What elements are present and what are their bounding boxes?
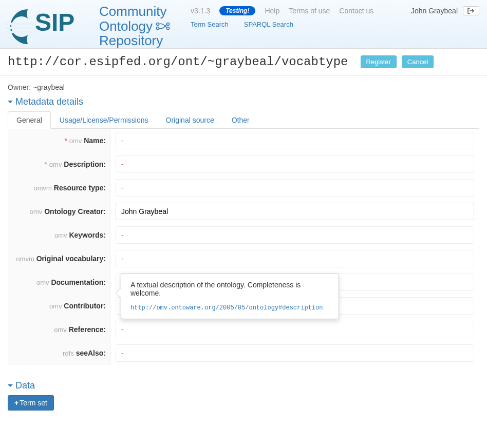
cancel-button[interactable]: Cancel xyxy=(402,55,434,68)
field-row: omv Ontology Creator: xyxy=(8,200,479,223)
field-prefix: omv xyxy=(54,231,67,239)
field-label: Reference: xyxy=(69,325,106,334)
terms-link[interactable]: Terms of use xyxy=(289,7,330,15)
field-prefix: omv xyxy=(49,161,62,168)
tab-usage[interactable]: Usage/License/Permissions xyxy=(51,111,157,129)
field-label-cell: omvm Resource type: xyxy=(8,176,110,200)
tooltip-link[interactable]: http://omv.ontoware.org/2005/05/ontology… xyxy=(130,304,329,311)
owner-label: Owner: ~graybeal xyxy=(8,83,479,91)
field-input-empty[interactable]: - xyxy=(116,226,474,244)
user-name[interactable]: John Graybeal xyxy=(411,7,458,15)
required-marker: * xyxy=(45,160,49,168)
ontology-url: http://cor.esipfed.org/ont/~graybeal/voc… xyxy=(8,55,348,69)
field-prefix: omv xyxy=(54,326,67,334)
register-button[interactable]: Register xyxy=(361,55,397,68)
header-bar: SIP Community Ontology Repository v3.1.3… xyxy=(0,0,487,48)
metadata-section-header[interactable]: Metadata details xyxy=(8,96,479,107)
metadata-tabs: General Usage/License/Permissions Origin… xyxy=(8,111,479,129)
logo-line-3: Repository xyxy=(99,33,170,48)
field-label-cell: omvm Original vocabulary: xyxy=(8,247,110,270)
field-input-cell: - xyxy=(110,176,479,200)
user-area: John Graybeal xyxy=(411,4,487,15)
url-bar: http://cor.esipfed.org/ont/~graybeal/voc… xyxy=(0,48,487,75)
field-input-cell xyxy=(110,200,479,223)
field-label: Documentation: xyxy=(51,278,106,286)
help-link[interactable]: Help xyxy=(265,7,279,15)
testing-badge: Testing! xyxy=(219,6,255,15)
field-input[interactable] xyxy=(116,203,474,220)
field-input-empty[interactable]: - xyxy=(116,155,474,173)
term-search-link[interactable]: Term Search xyxy=(191,21,229,28)
field-input-cell: - xyxy=(110,129,479,152)
field-label-cell: omv Reference: xyxy=(8,318,110,341)
logout-button[interactable] xyxy=(463,6,479,15)
tooltip-text: A textual description of the ontology. C… xyxy=(130,281,329,297)
svg-point-4 xyxy=(157,23,159,25)
field-label-cell: omv Ontology Creator: xyxy=(8,200,110,223)
field-label-cell: rdfs seeAlso: xyxy=(8,341,110,365)
field-input-cell: - xyxy=(110,318,479,341)
caret-down-icon xyxy=(8,384,13,387)
logo-area[interactable]: SIP Community Ontology Repository xyxy=(0,4,175,48)
tab-general[interactable]: General xyxy=(8,111,51,129)
sparql-search-link[interactable]: SPARQL Search xyxy=(244,21,293,28)
field-prefix: rdfs xyxy=(63,349,74,357)
logo-line-1: Community xyxy=(99,4,170,19)
field-row: omv Keywords:- xyxy=(8,223,479,247)
field-label-cell: * omv Description: xyxy=(8,152,110,176)
field-label-cell: omv Contributor: xyxy=(8,294,110,318)
field-label: Name: xyxy=(84,137,106,145)
tab-original-source[interactable]: Original source xyxy=(157,111,223,129)
logout-icon xyxy=(467,8,475,14)
field-row: * omv Name:- xyxy=(8,129,479,152)
field-row: omvm Resource type:- xyxy=(8,176,479,200)
version-label: v3.1.3 xyxy=(191,7,210,15)
field-label: Contributor: xyxy=(64,302,106,310)
field-input-cell: - xyxy=(110,223,479,247)
svg-rect-0 xyxy=(5,23,36,25)
field-row: omv Reference:- xyxy=(8,318,479,341)
esip-logo: SIP xyxy=(5,4,95,48)
field-row: rdfs seeAlso:- xyxy=(8,341,479,365)
field-label: Keywords: xyxy=(69,231,106,239)
field-label: Resource type: xyxy=(54,184,106,192)
field-prefix: omv xyxy=(69,137,82,145)
metadata-form-table: * omv Name:-* omv Description:-omvm Reso… xyxy=(8,129,479,365)
svg-text:SIP: SIP xyxy=(35,9,74,36)
field-label: Description: xyxy=(64,160,106,168)
field-input-cell: - xyxy=(110,341,479,365)
field-input-empty[interactable]: - xyxy=(116,321,474,338)
field-prefix: omv xyxy=(30,208,43,216)
field-prefix: omvm xyxy=(34,184,52,192)
svg-point-5 xyxy=(157,27,159,29)
svg-rect-1 xyxy=(5,27,36,29)
field-prefix: omvm xyxy=(16,255,34,263)
field-input-empty[interactable]: - xyxy=(116,344,474,362)
field-input-cell: - xyxy=(110,247,479,270)
field-label: Original vocabulary: xyxy=(36,255,106,263)
ontology-link-icon xyxy=(156,22,170,31)
svg-point-6 xyxy=(167,23,170,25)
field-input-empty[interactable]: - xyxy=(116,250,474,267)
field-input-cell: - xyxy=(110,152,479,176)
data-section-header[interactable]: Data xyxy=(8,380,479,391)
svg-point-7 xyxy=(167,27,170,29)
field-label-cell: * omv Name: xyxy=(8,129,110,152)
top-nav: v3.1.3 Testing! Help Terms of use Contac… xyxy=(175,4,411,28)
required-marker: * xyxy=(64,137,69,145)
field-input-empty[interactable]: - xyxy=(116,132,474,149)
caret-down-icon xyxy=(8,101,13,103)
svg-rect-2 xyxy=(5,31,36,33)
tab-other[interactable]: Other xyxy=(223,111,258,129)
contact-link[interactable]: Contact us xyxy=(339,7,373,15)
field-input-empty[interactable]: - xyxy=(116,179,474,197)
field-label: Ontology Creator: xyxy=(44,207,106,216)
field-label-cell: omv Keywords: xyxy=(8,223,110,247)
add-term-set-button[interactable]: +Term set xyxy=(8,395,54,411)
logo-title: Community Ontology Repository xyxy=(99,4,170,48)
field-prefix: omv xyxy=(49,302,62,310)
field-label: seeAlso: xyxy=(76,349,106,357)
plus-icon: + xyxy=(14,399,18,407)
field-row: * omv Description:- xyxy=(8,152,479,176)
description-tooltip: A textual description of the ontology. C… xyxy=(121,273,339,319)
